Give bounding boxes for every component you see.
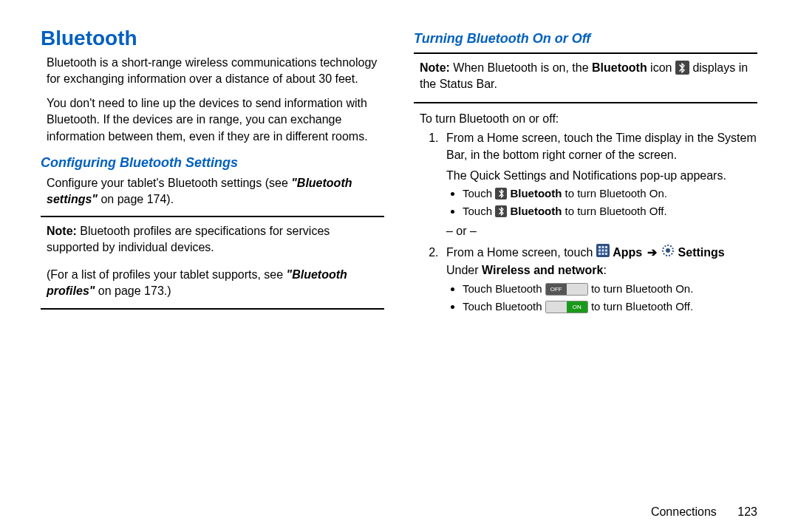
subheading-turning-on-off: Turning Bluetooth On or Off — [414, 31, 757, 47]
text: From a Home screen, touch the Time displ… — [446, 132, 757, 160]
footer-page-number: 123 — [737, 505, 757, 518]
bluetooth-icon — [495, 205, 507, 217]
toggle-spacer — [546, 301, 567, 313]
settings-label: Settings — [678, 246, 725, 259]
steps-list: From a Home screen, touch the Time displ… — [414, 130, 757, 313]
note-label: Note: — [420, 61, 450, 74]
bullet-bt-off: Touch Bluetooth to turn Bluetooth Off. — [463, 203, 757, 219]
note-label: Note: — [47, 225, 77, 237]
step-1: From a Home screen, touch the Time displ… — [442, 130, 757, 240]
text-bold: Bluetooth — [510, 187, 562, 200]
svg-rect-2 — [601, 246, 604, 248]
settings-icon — [661, 244, 675, 262]
text: When Bluetooth is on, the — [453, 61, 592, 74]
divider — [414, 102, 757, 103]
note-profiles: Note: Bluetooth profiles are specificati… — [47, 223, 384, 303]
bluetooth-icon — [675, 61, 689, 75]
bluetooth-icon — [495, 188, 507, 200]
svg-point-11 — [666, 248, 670, 253]
step-2: From a Home screen, touch Apps ➔ Setting… — [442, 245, 757, 314]
page-footer: Connections 123 — [651, 505, 757, 519]
subheading-configuring: Configuring Bluetooth Settings — [41, 155, 384, 171]
bullet-bt-on: Touch Bluetooth to turn Bluetooth On. — [463, 185, 757, 201]
arrow-icon: ➔ — [646, 246, 658, 259]
apps-icon — [596, 244, 610, 262]
svg-rect-9 — [605, 253, 607, 255]
text: From a Home screen, touch — [446, 246, 596, 259]
text: : — [603, 264, 606, 276]
divider — [41, 308, 384, 310]
intro-para-2: You don't need to line up the devices to… — [47, 95, 384, 145]
or-separator: – or – — [446, 223, 757, 239]
text: to turn Bluetooth Off. — [562, 205, 666, 217]
text: on page 173.) — [95, 284, 171, 297]
bullet-toggle-on: Touch Bluetooth OFF to turn Bluetooth On… — [463, 281, 757, 296]
bullet-toggle-off: Touch Bluetooth ON to turn Bluetooth Off… — [463, 299, 757, 314]
text: Touch — [463, 187, 495, 200]
lead-text: To turn Bluetooth on or off: — [420, 111, 757, 127]
toggle-off-label: OFF — [546, 284, 567, 295]
text: Configure your tablet's Bluetooth settin… — [47, 177, 291, 189]
text: on page 174). — [98, 193, 174, 205]
text-bold: Wireless and network — [482, 264, 603, 276]
divider — [41, 216, 384, 217]
text: Under — [446, 264, 482, 276]
svg-rect-1 — [598, 246, 601, 248]
toggle-on-icon: ON — [545, 301, 588, 313]
text: to turn Bluetooth On. — [562, 187, 667, 200]
toggle-off-icon: OFF — [545, 283, 588, 296]
intro-para-1: Bluetooth is a short-range wireless comm… — [47, 55, 384, 88]
toggle-on-label: ON — [567, 301, 587, 313]
text: Touch Bluetooth — [463, 282, 545, 295]
apps-label: Apps — [613, 246, 642, 259]
footer-chapter: Connections — [651, 505, 717, 518]
divider — [414, 52, 757, 54]
svg-rect-7 — [598, 253, 601, 255]
toggle-spacer — [567, 284, 587, 295]
text-bold: Bluetooth — [510, 205, 562, 217]
svg-rect-5 — [601, 249, 604, 251]
text: to turn Bluetooth Off. — [591, 300, 693, 313]
svg-rect-8 — [601, 253, 604, 255]
text: (For a list of profiles your tablet supp… — [47, 268, 287, 281]
text: Touch Bluetooth — [463, 300, 545, 313]
text: Touch — [463, 205, 495, 217]
svg-rect-4 — [598, 249, 601, 251]
note-text: Bluetooth profiles are specifications fo… — [47, 225, 330, 253]
text-bold: Bluetooth — [592, 61, 647, 74]
text: icon — [647, 61, 675, 74]
page-title: Bluetooth — [41, 27, 384, 50]
text: The Quick Settings and Notifications pop… — [446, 168, 757, 184]
text: to turn Bluetooth On. — [591, 282, 693, 295]
svg-rect-6 — [605, 249, 607, 251]
note-status-bar: Note: When Bluetooth is on, the Bluetoot… — [420, 60, 757, 96]
svg-rect-3 — [605, 246, 607, 248]
configure-para: Configure your tablet's Bluetooth settin… — [47, 175, 384, 208]
